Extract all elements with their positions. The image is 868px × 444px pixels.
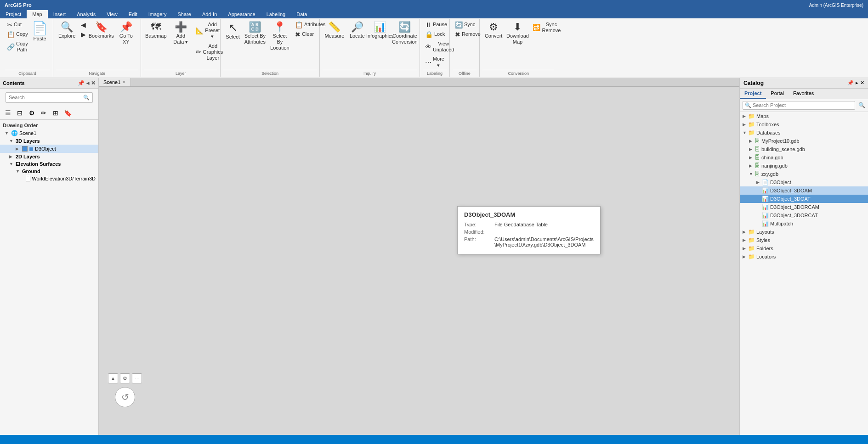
tree-item-worldelevation[interactable]: WorldElevation3D/Terrain3D bbox=[0, 175, 98, 182]
close-panel-icon[interactable]: ✕ bbox=[91, 80, 96, 86]
tab-map[interactable]: Map bbox=[27, 10, 47, 18]
paste-button[interactable]: 📄 Paste bbox=[29, 20, 50, 44]
clear-selection-button[interactable]: ✖ Clear bbox=[293, 30, 317, 39]
more-button[interactable]: ⋯ More ▾ bbox=[423, 55, 447, 69]
attributes-button[interactable]: 📋 Attributes bbox=[293, 20, 317, 29]
explore-button[interactable]: 🔍 Explore bbox=[56, 20, 78, 41]
cat-item-multipatch[interactable]: 📊 Multipatch bbox=[740, 219, 868, 228]
cat-item-d3object-3doam[interactable]: 📊 D3Object_3DOAM bbox=[740, 186, 868, 195]
ground-expand-icon[interactable]: ▼ bbox=[16, 169, 22, 174]
download-map-button[interactable]: ⬇ Download Map bbox=[505, 20, 529, 47]
list-view-icon[interactable]: ☰ bbox=[3, 108, 13, 118]
cat-item-d3object-3dorcat[interactable]: 📊 D3Object_3DORCAT bbox=[740, 211, 868, 219]
filter-icon[interactable]: ⊟ bbox=[15, 108, 25, 118]
tab-scene1[interactable]: Scene1 ✕ bbox=[99, 78, 131, 86]
cat-item-layouts[interactable]: ▶ 📁 Layouts bbox=[740, 228, 868, 236]
basemap-button[interactable]: 🗺 Basemap bbox=[144, 20, 168, 41]
3d-layers-expand-icon[interactable]: ▼ bbox=[9, 139, 16, 143]
catalog-tab-portal[interactable]: Portal bbox=[766, 89, 789, 99]
settings-icon[interactable]: ⚙ bbox=[27, 108, 37, 118]
cat-item-locators[interactable]: ▶ 📁 Locators bbox=[740, 253, 868, 261]
back-button[interactable]: ◀ bbox=[79, 20, 88, 29]
tab-edit[interactable]: Edit bbox=[123, 10, 143, 18]
tree-item-3d-layers[interactable]: ▼ 3D Layers bbox=[0, 137, 98, 145]
tab-insert[interactable]: Insert bbox=[48, 10, 72, 18]
add-data-button[interactable]: ➕ Add Data ▾ bbox=[169, 20, 193, 47]
lock-button[interactable]: 🔒 Lock bbox=[423, 30, 447, 39]
pin-icon[interactable]: 📌 bbox=[78, 80, 85, 86]
cat-item-databases[interactable]: ▼ 📁 Databases bbox=[740, 129, 868, 137]
cat-item-toolboxes[interactable]: ▶ 📁 Toolboxes bbox=[740, 120, 868, 129]
cat-item-building-scene[interactable]: ▶ 🗄 building_scene.gdb bbox=[740, 145, 868, 153]
tab-project[interactable]: Project bbox=[0, 10, 27, 18]
cat-item-styles[interactable]: ▶ 📁 Styles bbox=[740, 236, 868, 244]
cat-item-myproject10[interactable]: ▶ 🗄 MyProject10.gdb bbox=[740, 137, 868, 145]
nav-up-btn[interactable]: ▲ bbox=[108, 373, 118, 383]
tab-view[interactable]: View bbox=[101, 10, 123, 18]
measure-button[interactable]: 📏 Measure bbox=[323, 20, 346, 41]
tab-scene1-close-icon[interactable]: ✕ bbox=[122, 80, 126, 84]
tree-item-scene1[interactable]: ▼ 🌐 Scene1 bbox=[0, 129, 98, 137]
copy-button[interactable]: 📋 Copy bbox=[5, 30, 28, 39]
tree-item-elevation[interactable]: ▼ Elevation Surfaces bbox=[0, 160, 98, 168]
tab-data[interactable]: Data bbox=[291, 10, 312, 18]
add-preset-button[interactable]: 📐 Add Preset ▾ bbox=[193, 20, 217, 41]
2d-layers-expand-icon[interactable]: ▶ bbox=[9, 154, 16, 159]
tab-imagery[interactable]: Imagery bbox=[143, 10, 172, 18]
tab-labeling[interactable]: Labeling bbox=[261, 10, 291, 18]
view-unplaced-button[interactable]: 👁 View Unplaced bbox=[423, 39, 447, 54]
tree-item-2d-layers[interactable]: ▶ 2D Layers bbox=[0, 153, 98, 160]
bookmark-icon[interactable]: 🔖 bbox=[62, 108, 73, 118]
catalog-search-btn[interactable]: 🔍 bbox=[858, 102, 865, 108]
tab-share[interactable]: Share bbox=[172, 10, 197, 18]
remove-button[interactable]: ✖ Remove bbox=[453, 30, 477, 39]
nav-settings-btn[interactable]: ⚙ bbox=[120, 373, 130, 383]
select-button[interactable]: ↖ Select bbox=[223, 20, 242, 42]
cat-item-maps[interactable]: ▶ 📁 Maps bbox=[740, 112, 868, 120]
catalog-close-icon[interactable]: ✕ bbox=[860, 80, 864, 86]
coord-conv-button[interactable]: 🔄 Coordinate Conversion bbox=[393, 20, 417, 47]
cat-item-nanjing[interactable]: ▶ 🗄 nanjing.gdb bbox=[740, 162, 868, 170]
d3object-expand-icon[interactable]: ▶ bbox=[16, 146, 22, 151]
pause-button[interactable]: ⏸ Pause bbox=[423, 20, 447, 29]
convert-button[interactable]: ⚙ Convert bbox=[482, 20, 505, 41]
compass[interactable]: ↺ bbox=[115, 387, 135, 407]
sync-button[interactable]: 🔄 Sync bbox=[453, 20, 477, 29]
infographics-button[interactable]: 📊 Infographics bbox=[368, 20, 392, 41]
cat-item-d3object[interactable]: ▶ 📄 D3Object bbox=[740, 178, 868, 186]
catalog-autohide-icon[interactable]: ▸ bbox=[856, 80, 858, 86]
tree-item-d3object[interactable]: ▶ ◼ D3Object bbox=[0, 145, 98, 153]
cat-item-folders[interactable]: ▶ 📁 Folders bbox=[740, 244, 868, 253]
tree-item-ground[interactable]: ▼ Ground bbox=[0, 168, 98, 175]
scene1-expand-icon[interactable]: ▼ bbox=[5, 131, 11, 135]
tab-addin[interactable]: Add-In bbox=[197, 10, 222, 18]
cat-item-d3object-3doat[interactable]: 📊 D3Object_3DOAT bbox=[740, 195, 868, 203]
cat-item-zxy[interactable]: ▼ 🗄 zxy.gdb bbox=[740, 170, 868, 178]
nav-dots-btn[interactable]: ⋯ bbox=[132, 373, 142, 383]
go-to-xy-button[interactable]: 📌 Go To XY bbox=[114, 20, 138, 47]
d3object-checkbox[interactable] bbox=[22, 146, 28, 152]
add-layer-icon[interactable]: ⊞ bbox=[51, 108, 61, 118]
search-input[interactable] bbox=[9, 95, 83, 100]
tab-appearance[interactable]: Appearance bbox=[222, 10, 261, 18]
auto-hide-icon[interactable]: ◂ bbox=[86, 80, 89, 86]
cat-item-d3object-3dorcam[interactable]: 📊 D3Object_3DORCAM bbox=[740, 203, 868, 211]
cut-button[interactable]: ✂ Cut bbox=[5, 20, 28, 29]
locate-button[interactable]: 🔎 Locate bbox=[347, 20, 367, 41]
select-by-loc-button[interactable]: 📍 Select By Location bbox=[268, 20, 292, 53]
map-canvas[interactable]: D3Object_3DOAM Type: File Geodatabase Ta… bbox=[99, 87, 739, 435]
sync-remove-button[interactable]: 🔁 Sync Remove bbox=[530, 20, 554, 35]
copy-path-button[interactable]: 🔗 Copy Path bbox=[5, 39, 28, 54]
worldelevation-checkbox[interactable] bbox=[26, 176, 31, 181]
select-by-attr-button[interactable]: 🔠 Select By Attributes bbox=[243, 20, 267, 47]
bookmarks-button[interactable]: 🔖 Bookmarks bbox=[89, 20, 113, 41]
forward-button[interactable]: ▶ bbox=[79, 30, 88, 39]
cat-item-china[interactable]: ▶ 🗄 china.gdb bbox=[740, 153, 868, 162]
catalog-tab-project[interactable]: Project bbox=[740, 89, 766, 99]
elevation-expand-icon[interactable]: ▼ bbox=[9, 162, 16, 166]
pencil-icon[interactable]: ✏ bbox=[39, 108, 49, 118]
catalog-pin-icon[interactable]: 📌 bbox=[847, 80, 854, 86]
add-graphics-button[interactable]: ✏ Add Graphics Layer bbox=[193, 42, 217, 63]
catalog-search-input[interactable] bbox=[753, 102, 853, 108]
catalog-tab-favorites[interactable]: Favorites bbox=[789, 89, 818, 99]
